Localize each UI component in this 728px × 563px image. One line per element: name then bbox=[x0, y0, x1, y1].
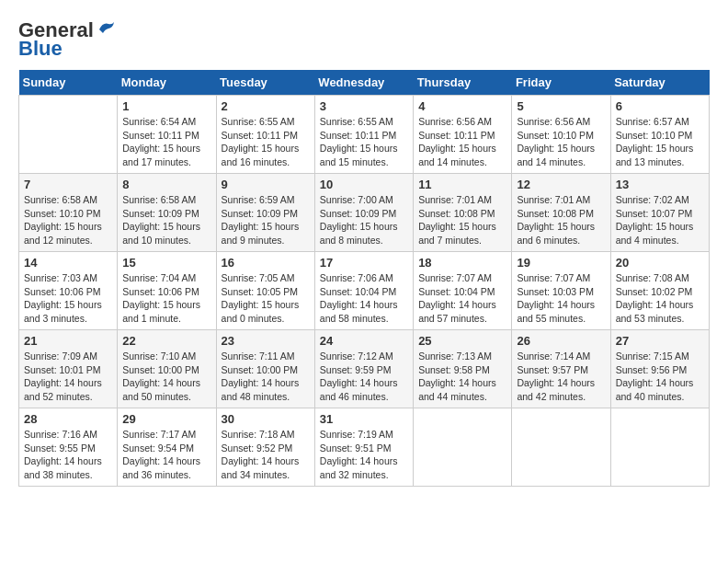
day-info-text: Sunrise: 7:12 AM Sunset: 9:59 PM Dayligh… bbox=[320, 350, 408, 404]
calendar-week-row: 28Sunrise: 7:16 AM Sunset: 9:55 PM Dayli… bbox=[19, 408, 710, 487]
day-number: 29 bbox=[122, 412, 210, 426]
day-number: 15 bbox=[122, 256, 210, 270]
calendar-day-cell: 27Sunrise: 7:15 AM Sunset: 9:56 PM Dayli… bbox=[610, 330, 709, 408]
calendar-day-cell: 1Sunrise: 6:54 AM Sunset: 10:11 PM Dayli… bbox=[118, 96, 216, 174]
calendar-day-cell bbox=[19, 96, 118, 174]
day-info-text: Sunrise: 7:19 AM Sunset: 9:51 PM Dayligh… bbox=[320, 428, 408, 482]
day-number: 13 bbox=[616, 178, 704, 191]
day-number: 17 bbox=[320, 256, 408, 270]
day-info-text: Sunrise: 7:07 AM Sunset: 10:03 PM Daylig… bbox=[517, 271, 605, 326]
day-info-text: Sunrise: 7:06 AM Sunset: 10:04 PM Daylig… bbox=[320, 271, 408, 326]
day-info-text: Sunrise: 7:02 AM Sunset: 10:07 PM Daylig… bbox=[616, 193, 704, 247]
day-number: 21 bbox=[24, 334, 112, 348]
calendar-day-cell: 7Sunrise: 6:58 AM Sunset: 10:10 PM Dayli… bbox=[19, 174, 118, 252]
day-number: 26 bbox=[517, 334, 605, 348]
day-of-week-header: Wednesday bbox=[314, 70, 413, 96]
calendar-day-cell: 12Sunrise: 7:01 AM Sunset: 10:08 PM Dayl… bbox=[512, 174, 610, 252]
day-info-text: Sunrise: 7:10 AM Sunset: 10:00 PM Daylig… bbox=[122, 350, 210, 404]
day-number: 31 bbox=[320, 412, 408, 426]
calendar-week-row: 21Sunrise: 7:09 AM Sunset: 10:01 PM Dayl… bbox=[19, 330, 710, 408]
day-info-text: Sunrise: 7:07 AM Sunset: 10:04 PM Daylig… bbox=[418, 271, 506, 326]
day-number: 6 bbox=[616, 99, 704, 113]
calendar-day-cell: 24Sunrise: 7:12 AM Sunset: 9:59 PM Dayli… bbox=[314, 330, 413, 408]
day-number: 2 bbox=[222, 99, 310, 113]
day-info-text: Sunrise: 7:04 AM Sunset: 10:06 PM Daylig… bbox=[122, 271, 210, 326]
day-info-text: Sunrise: 6:58 AM Sunset: 10:09 PM Daylig… bbox=[122, 193, 210, 247]
calendar-day-cell: 18Sunrise: 7:07 AM Sunset: 10:04 PM Dayl… bbox=[414, 252, 512, 330]
calendar-header-row: SundayMondayTuesdayWednesdayThursdayFrid… bbox=[19, 70, 710, 96]
day-of-week-header: Saturday bbox=[610, 70, 709, 96]
calendar-day-cell: 22Sunrise: 7:10 AM Sunset: 10:00 PM Dayl… bbox=[118, 330, 216, 408]
day-number: 24 bbox=[320, 334, 408, 348]
day-number: 1 bbox=[122, 99, 210, 113]
day-info-text: Sunrise: 7:15 AM Sunset: 9:56 PM Dayligh… bbox=[616, 350, 704, 404]
day-number: 28 bbox=[24, 412, 112, 426]
day-info-text: Sunrise: 6:59 AM Sunset: 10:09 PM Daylig… bbox=[222, 193, 310, 247]
calendar-table: SundayMondayTuesdayWednesdayThursdayFrid… bbox=[18, 70, 710, 487]
day-number: 27 bbox=[616, 334, 704, 348]
day-number: 3 bbox=[320, 99, 408, 113]
day-info-text: Sunrise: 7:17 AM Sunset: 9:54 PM Dayligh… bbox=[122, 428, 210, 482]
calendar-day-cell: 28Sunrise: 7:16 AM Sunset: 9:55 PM Dayli… bbox=[19, 408, 118, 487]
day-info-text: Sunrise: 7:16 AM Sunset: 9:55 PM Dayligh… bbox=[24, 428, 112, 482]
day-info-text: Sunrise: 7:05 AM Sunset: 10:05 PM Daylig… bbox=[222, 271, 310, 326]
calendar-day-cell: 8Sunrise: 6:58 AM Sunset: 10:09 PM Dayli… bbox=[118, 174, 216, 252]
day-info-text: Sunrise: 6:54 AM Sunset: 10:11 PM Daylig… bbox=[122, 115, 210, 169]
calendar-day-cell: 3Sunrise: 6:55 AM Sunset: 10:11 PM Dayli… bbox=[314, 96, 413, 174]
day-number: 14 bbox=[24, 256, 112, 270]
day-info-text: Sunrise: 7:09 AM Sunset: 10:01 PM Daylig… bbox=[24, 350, 112, 404]
logo: General Blue bbox=[18, 18, 116, 61]
calendar-day-cell: 2Sunrise: 6:55 AM Sunset: 10:11 PM Dayli… bbox=[216, 96, 314, 174]
calendar-day-cell: 10Sunrise: 7:00 AM Sunset: 10:09 PM Dayl… bbox=[314, 174, 413, 252]
calendar-day-cell: 25Sunrise: 7:13 AM Sunset: 9:58 PM Dayli… bbox=[414, 330, 512, 408]
day-info-text: Sunrise: 7:00 AM Sunset: 10:09 PM Daylig… bbox=[320, 193, 408, 247]
day-info-text: Sunrise: 7:18 AM Sunset: 9:52 PM Dayligh… bbox=[222, 428, 310, 482]
calendar-day-cell: 9Sunrise: 6:59 AM Sunset: 10:09 PM Dayli… bbox=[216, 174, 314, 252]
day-info-text: Sunrise: 7:01 AM Sunset: 10:08 PM Daylig… bbox=[517, 193, 605, 247]
day-number: 4 bbox=[418, 99, 506, 113]
day-number: 5 bbox=[517, 99, 605, 113]
calendar-day-cell bbox=[610, 408, 709, 487]
calendar-day-cell: 30Sunrise: 7:18 AM Sunset: 9:52 PM Dayli… bbox=[216, 408, 314, 487]
calendar-day-cell: 5Sunrise: 6:56 AM Sunset: 10:10 PM Dayli… bbox=[512, 96, 610, 174]
day-of-week-header: Friday bbox=[512, 70, 610, 96]
calendar-day-cell: 23Sunrise: 7:11 AM Sunset: 10:00 PM Dayl… bbox=[216, 330, 314, 408]
day-info-text: Sunrise: 7:11 AM Sunset: 10:00 PM Daylig… bbox=[222, 350, 310, 404]
day-info-text: Sunrise: 7:08 AM Sunset: 10:02 PM Daylig… bbox=[616, 271, 704, 326]
calendar-day-cell: 17Sunrise: 7:06 AM Sunset: 10:04 PM Dayl… bbox=[314, 252, 413, 330]
calendar-day-cell: 26Sunrise: 7:14 AM Sunset: 9:57 PM Dayli… bbox=[512, 330, 610, 408]
day-number: 30 bbox=[222, 412, 310, 426]
calendar-day-cell: 11Sunrise: 7:01 AM Sunset: 10:08 PM Dayl… bbox=[414, 174, 512, 252]
day-info-text: Sunrise: 7:14 AM Sunset: 9:57 PM Dayligh… bbox=[517, 350, 605, 404]
day-number: 18 bbox=[418, 256, 506, 270]
calendar-day-cell bbox=[512, 408, 610, 487]
day-of-week-header: Monday bbox=[118, 70, 216, 96]
day-info-text: Sunrise: 6:55 AM Sunset: 10:11 PM Daylig… bbox=[320, 115, 408, 169]
day-number: 19 bbox=[517, 256, 605, 270]
day-number: 10 bbox=[320, 178, 408, 191]
day-number: 9 bbox=[222, 178, 310, 191]
calendar-day-cell: 14Sunrise: 7:03 AM Sunset: 10:06 PM Dayl… bbox=[19, 252, 118, 330]
day-info-text: Sunrise: 6:56 AM Sunset: 10:11 PM Daylig… bbox=[418, 115, 506, 169]
day-number: 11 bbox=[418, 178, 506, 191]
calendar-day-cell: 16Sunrise: 7:05 AM Sunset: 10:05 PM Dayl… bbox=[216, 252, 314, 330]
day-number: 8 bbox=[122, 178, 210, 191]
day-of-week-header: Thursday bbox=[414, 70, 512, 96]
header: General Blue bbox=[18, 18, 710, 61]
logo-blue-text: Blue bbox=[18, 37, 63, 61]
day-number: 22 bbox=[122, 334, 210, 348]
day-number: 16 bbox=[222, 256, 310, 270]
calendar-day-cell: 19Sunrise: 7:07 AM Sunset: 10:03 PM Dayl… bbox=[512, 252, 610, 330]
day-info-text: Sunrise: 6:57 AM Sunset: 10:10 PM Daylig… bbox=[616, 115, 704, 169]
logo-bird-icon bbox=[96, 20, 116, 37]
day-number: 12 bbox=[517, 178, 605, 191]
day-number: 20 bbox=[616, 256, 704, 270]
calendar-day-cell: 6Sunrise: 6:57 AM Sunset: 10:10 PM Dayli… bbox=[610, 96, 709, 174]
calendar-week-row: 14Sunrise: 7:03 AM Sunset: 10:06 PM Dayl… bbox=[19, 252, 710, 330]
day-info-text: Sunrise: 7:13 AM Sunset: 9:58 PM Dayligh… bbox=[418, 350, 506, 404]
day-number: 7 bbox=[24, 178, 112, 191]
day-number: 25 bbox=[418, 334, 506, 348]
day-of-week-header: Tuesday bbox=[216, 70, 314, 96]
day-info-text: Sunrise: 7:03 AM Sunset: 10:06 PM Daylig… bbox=[24, 271, 112, 326]
calendar-week-row: 1Sunrise: 6:54 AM Sunset: 10:11 PM Dayli… bbox=[19, 96, 710, 174]
